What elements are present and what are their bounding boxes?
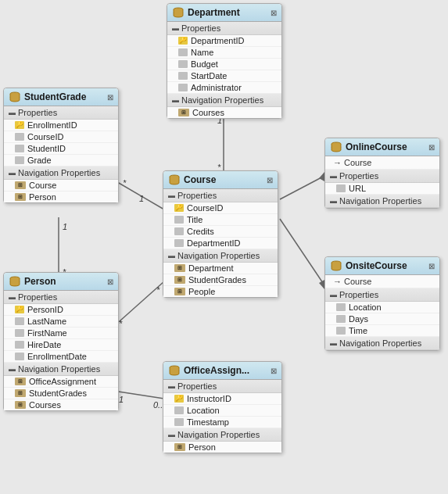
person-nav-2: ⊞ StudentGrades (4, 388, 118, 399)
officeassign-expand[interactable]: ⊠ (271, 367, 277, 375)
sg-nav-1: ⊞ Course (4, 180, 118, 192)
course-nav-header: ▬ Navigation Properties (163, 249, 278, 263)
studentgrade-expand[interactable]: ⊠ (107, 93, 113, 102)
course-props-header: ▬ Properties (163, 189, 278, 202)
onlinecourse-nav-header: ▬ Navigation Properties (325, 195, 439, 208)
key-icon-dept-1 (178, 37, 188, 45)
entity-department-header: Department ⊠ (167, 4, 281, 22)
onlinecourse-subtitle: → Course (325, 156, 439, 170)
diagram-canvas: 1 * 1 * 1 * * * 1 0..1 Department ⊠ ▬ Pr… (0, 0, 448, 494)
course-prop-1: CourseID (163, 202, 278, 214)
onlinecourse-title: OnlineCourse (346, 141, 407, 152)
officeassign-nav-header: ▬ Navigation Properties (163, 428, 281, 442)
course-expand[interactable]: ⊠ (267, 176, 273, 184)
entity-onsitecourse-header: OnsiteCourse ⊠ (325, 257, 439, 275)
svg-marker-8 (319, 280, 324, 289)
dept-nav-1: ⊞ Courses (167, 107, 281, 118)
department-props-header: ▬ Properties (167, 22, 281, 35)
svg-marker-6 (319, 172, 324, 181)
person-prop-2: LastName (4, 316, 118, 328)
nav-icon-person-3: ⊞ (15, 401, 26, 409)
field-icon-sg-3 (15, 145, 24, 152)
course-nav-3: ⊞ People (163, 286, 278, 297)
entity-studentgrade-header: StudentGrade ⊠ (4, 88, 118, 106)
onlinecourse-icon (330, 141, 342, 153)
field-icon-oc-1 (336, 184, 346, 192)
mult-sg-1: 1 (139, 194, 144, 203)
field-icon-dept-2 (178, 48, 188, 56)
onsitecourse-expand[interactable]: ⊠ (428, 262, 435, 270)
field-icon-course-4 (174, 239, 184, 247)
dept-prop-4: StartDate (167, 70, 281, 82)
field-icon-os-1 (336, 303, 346, 311)
onsitecourse-title: OnsiteCourse (346, 260, 407, 271)
dept-prop-1: DepartmentID (167, 35, 281, 47)
course-icon (168, 174, 181, 186)
arrow-icon-onsitecourse: → (333, 277, 342, 286)
person-prop-5: EnrollmentDate (4, 351, 118, 363)
entity-onsitecourse: OnsiteCourse ⊠ → Course ▬ Properties Loc… (324, 256, 440, 351)
nav-icon-oa-1: ⊞ (174, 443, 185, 451)
mult-sg-star: * (123, 178, 126, 188)
dept-prop-3: Budget (167, 59, 281, 70)
entity-course: Course ⊠ ▬ Properties CourseID Title Cre… (163, 170, 278, 298)
field-icon-dept-4 (178, 72, 188, 80)
nav-icon-course-3: ⊞ (174, 288, 185, 295)
course-prop-3: Credits (163, 226, 278, 238)
oa-prop-1: InstructorID (163, 393, 281, 405)
nav-icon-dept-1: ⊞ (178, 109, 189, 116)
mult-pc-star1: * (119, 319, 122, 328)
key-icon-course-1 (174, 204, 184, 212)
field-icon-dept-5 (178, 84, 188, 91)
nav-icon-person-1: ⊞ (15, 378, 26, 385)
person-icon (9, 275, 21, 288)
os-prop-3: Time (325, 325, 439, 337)
department-icon (172, 6, 185, 19)
department-nav-header: ▬ Navigation Properties (167, 94, 281, 107)
nav-icon-course-1: ⊞ (174, 264, 185, 272)
oa-prop-2: Location (163, 405, 281, 417)
nav-icon-sg-1: ⊞ (15, 181, 26, 189)
field-icon-course-3 (174, 227, 184, 235)
oa-prop-3: Timestamp (163, 417, 281, 428)
os-prop-2: Days (325, 313, 439, 325)
entity-department: Department ⊠ ▬ Properties DepartmentID N… (167, 3, 282, 119)
field-icon-oa-3 (174, 418, 184, 426)
entity-person-header: Person ⊠ (4, 273, 118, 291)
department-expand[interactable]: ⊠ (271, 9, 277, 17)
key-icon-sg-1 (15, 121, 24, 129)
onlinecourse-props-header: ▬ Properties (325, 170, 439, 183)
person-prop-4: HireDate (4, 339, 118, 351)
studentgrade-title: StudentGrade (24, 91, 86, 102)
field-icon-oa-2 (174, 406, 184, 414)
sg-prop-1: EnrollmentID (4, 120, 118, 131)
field-icon-os-2 (336, 315, 346, 323)
person-prop-3: FirstName (4, 328, 118, 339)
key-icon-person-1 (15, 306, 24, 313)
department-title: Department (188, 7, 240, 18)
person-nav-3: ⊞ Courses (4, 399, 118, 410)
mult-person-1: 1 (63, 222, 67, 231)
officeassign-props-header: ▬ Properties (163, 380, 281, 393)
svg-line-5 (280, 176, 324, 199)
onlinecourse-expand[interactable]: ⊠ (428, 143, 435, 152)
person-nav-1: ⊞ OfficeAssignment (4, 376, 118, 388)
entity-officeassign: OfficeAssign... ⊠ ▬ Properties Instructo… (163, 361, 282, 453)
course-nav-1: ⊞ Department (163, 263, 278, 274)
officeassign-icon (168, 364, 181, 377)
studentgrade-props-header: ▬ Properties (4, 106, 118, 120)
oc-prop-1: URL (325, 183, 439, 195)
person-expand[interactable]: ⊠ (107, 277, 113, 286)
field-icon-person-4 (15, 341, 24, 349)
field-icon-sg-4 (15, 156, 24, 164)
entity-studentgrade: StudentGrade ⊠ ▬ Properties EnrollmentID… (3, 88, 119, 203)
course-prop-4: DepartmentID (163, 238, 278, 249)
key-icon-oa-1 (174, 395, 184, 403)
studentgrade-icon (9, 91, 21, 103)
mult-po-1: 1 (119, 395, 124, 404)
field-icon-person-5 (15, 353, 24, 360)
entity-onlinecourse-header: OnlineCourse ⊠ (325, 138, 439, 156)
studentgrade-nav-header: ▬ Navigation Properties (4, 166, 118, 180)
course-prop-2: Title (163, 214, 278, 226)
onsitecourse-nav-header: ▬ Navigation Properties (325, 337, 439, 350)
